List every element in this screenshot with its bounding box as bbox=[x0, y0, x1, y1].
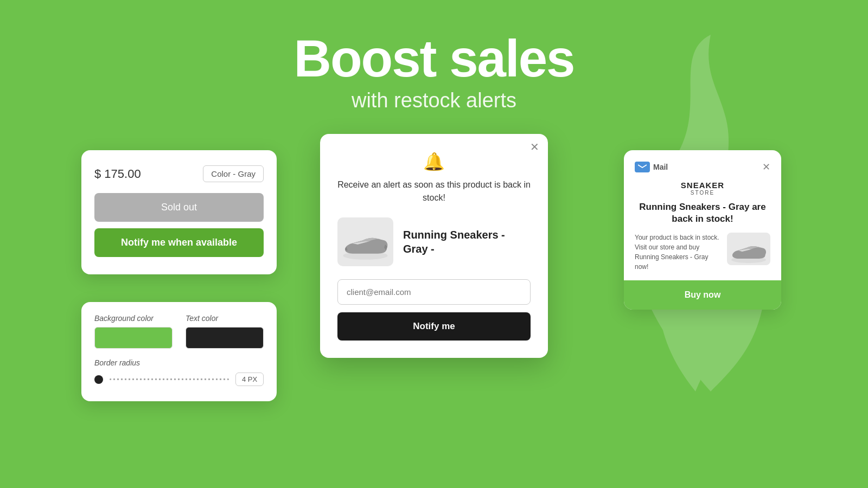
email-card-header: Mail ✕ bbox=[635, 161, 770, 173]
text-color-label: Text color bbox=[186, 314, 264, 323]
page-title: Boost sales bbox=[0, 33, 868, 85]
email-buy-button[interactable]: Buy now bbox=[624, 280, 781, 310]
radius-value: 4 PX bbox=[235, 373, 264, 386]
border-radius-section: Border radius 4 PX bbox=[94, 358, 264, 386]
email-product-title: Running Sneakers - Gray are back in stoc… bbox=[635, 201, 770, 225]
product-image bbox=[337, 217, 393, 266]
email-close-button[interactable]: ✕ bbox=[762, 161, 770, 173]
radius-slider-track[interactable] bbox=[110, 378, 229, 380]
page-subtitle: with restock alerts bbox=[0, 89, 868, 112]
product-name: Running Sneakers - Gray - bbox=[403, 228, 531, 256]
email-notification-card: Mail ✕ SNEAKER STORE Running Sneakers - … bbox=[624, 150, 781, 310]
shoe-image-svg bbox=[337, 219, 393, 265]
email-body-text: Your product is back in stock. Visit our… bbox=[635, 233, 720, 272]
modal-headline: Receive an alert as soon as this product… bbox=[337, 178, 531, 204]
sold-out-button[interactable]: Sold out bbox=[94, 193, 264, 222]
text-color-swatch[interactable] bbox=[186, 327, 264, 349]
modal-close-button[interactable]: ✕ bbox=[530, 142, 539, 152]
email-shoe-svg bbox=[727, 233, 770, 265]
modal-product-row: Running Sneakers - Gray - bbox=[337, 217, 531, 266]
email-body: Your product is back in stock. Visit our… bbox=[635, 233, 770, 280]
border-radius-label: Border radius bbox=[94, 358, 264, 367]
product-color-badge: Color - Gray bbox=[203, 165, 264, 182]
mail-icon-box bbox=[635, 162, 650, 172]
background-color-label: Background color bbox=[94, 314, 173, 323]
bell-icon: 🔔 bbox=[337, 151, 531, 172]
mail-icon-label: Mail bbox=[635, 162, 668, 172]
radius-row: 4 PX bbox=[94, 373, 264, 386]
background-color-swatch[interactable] bbox=[94, 327, 173, 349]
store-name-top: SNEAKER bbox=[635, 181, 770, 190]
mail-label: Mail bbox=[653, 163, 668, 171]
store-name-bottom: STORE bbox=[635, 190, 770, 196]
customization-card: Background color Text color Border radiu… bbox=[81, 302, 277, 401]
radius-slider-handle[interactable] bbox=[94, 375, 103, 384]
product-card: $ 175.00 Color - Gray Sold out Notify me… bbox=[81, 150, 277, 274]
store-logo: SNEAKER STORE bbox=[635, 181, 770, 196]
mail-icon bbox=[638, 164, 647, 170]
product-price: $ 175.00 bbox=[94, 167, 141, 181]
product-card-top: $ 175.00 Color - Gray bbox=[94, 165, 264, 182]
modal-notify-button[interactable]: Notify me bbox=[337, 312, 531, 341]
cards-container: $ 175.00 Color - Gray Sold out Notify me… bbox=[0, 134, 868, 383]
main-modal: ✕ 🔔 Receive an alert as soon as this pro… bbox=[320, 134, 548, 358]
page-header: Boost sales with restock alerts bbox=[0, 0, 868, 134]
svg-rect-1 bbox=[638, 164, 647, 170]
text-color-field: Text color bbox=[186, 314, 264, 349]
email-input[interactable] bbox=[337, 279, 531, 305]
color-row: Background color Text color bbox=[94, 314, 264, 349]
notify-button[interactable]: Notify me when available bbox=[94, 228, 264, 257]
background-color-field: Background color bbox=[94, 314, 173, 349]
email-shoe-thumbnail bbox=[727, 233, 770, 265]
